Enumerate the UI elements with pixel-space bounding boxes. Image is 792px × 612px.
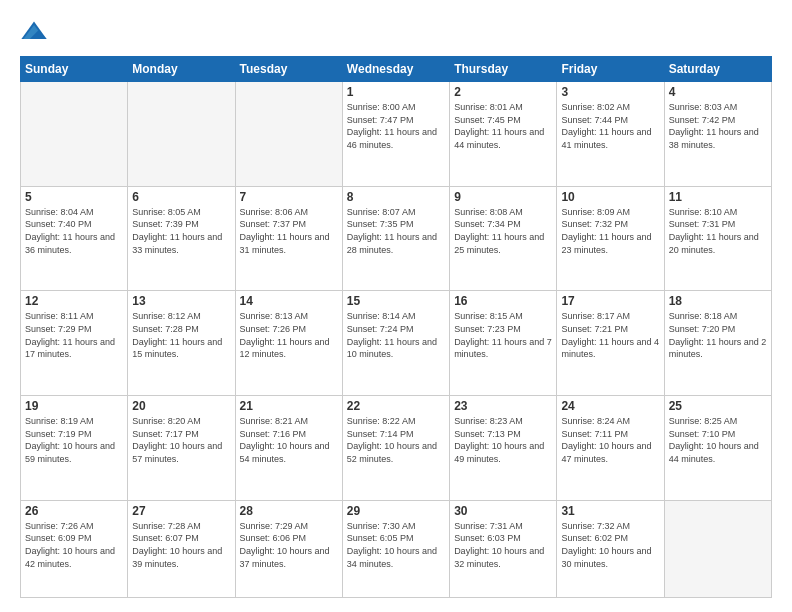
weekday-header-tuesday: Tuesday bbox=[235, 57, 342, 82]
day-number: 12 bbox=[25, 294, 123, 308]
calendar-cell: 9Sunrise: 8:08 AM Sunset: 7:34 PM Daylig… bbox=[450, 186, 557, 291]
day-info: Sunrise: 8:21 AM Sunset: 7:16 PM Dayligh… bbox=[240, 415, 338, 465]
calendar-week-row-4: 26Sunrise: 7:26 AM Sunset: 6:09 PM Dayli… bbox=[21, 500, 772, 597]
calendar-cell: 19Sunrise: 8:19 AM Sunset: 7:19 PM Dayli… bbox=[21, 396, 128, 501]
day-number: 8 bbox=[347, 190, 445, 204]
day-number: 15 bbox=[347, 294, 445, 308]
calendar-cell: 24Sunrise: 8:24 AM Sunset: 7:11 PM Dayli… bbox=[557, 396, 664, 501]
day-info: Sunrise: 8:25 AM Sunset: 7:10 PM Dayligh… bbox=[669, 415, 767, 465]
calendar-cell bbox=[664, 500, 771, 597]
day-number: 3 bbox=[561, 85, 659, 99]
calendar-cell: 17Sunrise: 8:17 AM Sunset: 7:21 PM Dayli… bbox=[557, 291, 664, 396]
day-info: Sunrise: 8:13 AM Sunset: 7:26 PM Dayligh… bbox=[240, 310, 338, 360]
calendar-cell: 28Sunrise: 7:29 AM Sunset: 6:06 PM Dayli… bbox=[235, 500, 342, 597]
calendar-cell: 26Sunrise: 7:26 AM Sunset: 6:09 PM Dayli… bbox=[21, 500, 128, 597]
header bbox=[20, 18, 772, 46]
calendar-cell: 10Sunrise: 8:09 AM Sunset: 7:32 PM Dayli… bbox=[557, 186, 664, 291]
calendar-cell: 5Sunrise: 8:04 AM Sunset: 7:40 PM Daylig… bbox=[21, 186, 128, 291]
day-number: 14 bbox=[240, 294, 338, 308]
calendar-cell: 13Sunrise: 8:12 AM Sunset: 7:28 PM Dayli… bbox=[128, 291, 235, 396]
calendar-cell: 30Sunrise: 7:31 AM Sunset: 6:03 PM Dayli… bbox=[450, 500, 557, 597]
day-number: 7 bbox=[240, 190, 338, 204]
day-info: Sunrise: 8:20 AM Sunset: 7:17 PM Dayligh… bbox=[132, 415, 230, 465]
logo bbox=[20, 18, 52, 46]
day-number: 2 bbox=[454, 85, 552, 99]
day-info: Sunrise: 8:10 AM Sunset: 7:31 PM Dayligh… bbox=[669, 206, 767, 256]
day-number: 6 bbox=[132, 190, 230, 204]
day-info: Sunrise: 8:07 AM Sunset: 7:35 PM Dayligh… bbox=[347, 206, 445, 256]
day-info: Sunrise: 8:09 AM Sunset: 7:32 PM Dayligh… bbox=[561, 206, 659, 256]
day-info: Sunrise: 8:19 AM Sunset: 7:19 PM Dayligh… bbox=[25, 415, 123, 465]
calendar-cell: 7Sunrise: 8:06 AM Sunset: 7:37 PM Daylig… bbox=[235, 186, 342, 291]
day-info: Sunrise: 8:14 AM Sunset: 7:24 PM Dayligh… bbox=[347, 310, 445, 360]
day-number: 29 bbox=[347, 504, 445, 518]
page: SundayMondayTuesdayWednesdayThursdayFrid… bbox=[0, 0, 792, 612]
calendar-cell: 11Sunrise: 8:10 AM Sunset: 7:31 PM Dayli… bbox=[664, 186, 771, 291]
calendar-cell: 27Sunrise: 7:28 AM Sunset: 6:07 PM Dayli… bbox=[128, 500, 235, 597]
calendar-week-row-1: 5Sunrise: 8:04 AM Sunset: 7:40 PM Daylig… bbox=[21, 186, 772, 291]
day-info: Sunrise: 8:03 AM Sunset: 7:42 PM Dayligh… bbox=[669, 101, 767, 151]
calendar-table: SundayMondayTuesdayWednesdayThursdayFrid… bbox=[20, 56, 772, 598]
day-info: Sunrise: 7:32 AM Sunset: 6:02 PM Dayligh… bbox=[561, 520, 659, 570]
day-number: 13 bbox=[132, 294, 230, 308]
calendar-cell: 31Sunrise: 7:32 AM Sunset: 6:02 PM Dayli… bbox=[557, 500, 664, 597]
day-info: Sunrise: 8:06 AM Sunset: 7:37 PM Dayligh… bbox=[240, 206, 338, 256]
calendar-cell: 25Sunrise: 8:25 AM Sunset: 7:10 PM Dayli… bbox=[664, 396, 771, 501]
day-number: 23 bbox=[454, 399, 552, 413]
day-info: Sunrise: 8:00 AM Sunset: 7:47 PM Dayligh… bbox=[347, 101, 445, 151]
calendar-cell: 3Sunrise: 8:02 AM Sunset: 7:44 PM Daylig… bbox=[557, 82, 664, 187]
weekday-header-saturday: Saturday bbox=[664, 57, 771, 82]
weekday-header-monday: Monday bbox=[128, 57, 235, 82]
calendar-cell: 12Sunrise: 8:11 AM Sunset: 7:29 PM Dayli… bbox=[21, 291, 128, 396]
day-info: Sunrise: 8:04 AM Sunset: 7:40 PM Dayligh… bbox=[25, 206, 123, 256]
day-info: Sunrise: 8:23 AM Sunset: 7:13 PM Dayligh… bbox=[454, 415, 552, 465]
calendar-cell: 8Sunrise: 8:07 AM Sunset: 7:35 PM Daylig… bbox=[342, 186, 449, 291]
weekday-header-row: SundayMondayTuesdayWednesdayThursdayFrid… bbox=[21, 57, 772, 82]
day-number: 24 bbox=[561, 399, 659, 413]
day-number: 25 bbox=[669, 399, 767, 413]
day-number: 5 bbox=[25, 190, 123, 204]
day-info: Sunrise: 8:08 AM Sunset: 7:34 PM Dayligh… bbox=[454, 206, 552, 256]
calendar-cell: 15Sunrise: 8:14 AM Sunset: 7:24 PM Dayli… bbox=[342, 291, 449, 396]
calendar-cell: 1Sunrise: 8:00 AM Sunset: 7:47 PM Daylig… bbox=[342, 82, 449, 187]
day-info: Sunrise: 7:31 AM Sunset: 6:03 PM Dayligh… bbox=[454, 520, 552, 570]
day-number: 28 bbox=[240, 504, 338, 518]
day-number: 30 bbox=[454, 504, 552, 518]
calendar-week-row-0: 1Sunrise: 8:00 AM Sunset: 7:47 PM Daylig… bbox=[21, 82, 772, 187]
day-number: 31 bbox=[561, 504, 659, 518]
day-number: 1 bbox=[347, 85, 445, 99]
weekday-header-friday: Friday bbox=[557, 57, 664, 82]
day-number: 18 bbox=[669, 294, 767, 308]
day-number: 4 bbox=[669, 85, 767, 99]
day-number: 11 bbox=[669, 190, 767, 204]
day-number: 22 bbox=[347, 399, 445, 413]
day-info: Sunrise: 7:26 AM Sunset: 6:09 PM Dayligh… bbox=[25, 520, 123, 570]
calendar-cell: 4Sunrise: 8:03 AM Sunset: 7:42 PM Daylig… bbox=[664, 82, 771, 187]
logo-icon bbox=[20, 18, 48, 46]
day-number: 27 bbox=[132, 504, 230, 518]
calendar-cell: 6Sunrise: 8:05 AM Sunset: 7:39 PM Daylig… bbox=[128, 186, 235, 291]
day-number: 20 bbox=[132, 399, 230, 413]
weekday-header-thursday: Thursday bbox=[450, 57, 557, 82]
day-number: 19 bbox=[25, 399, 123, 413]
day-info: Sunrise: 8:18 AM Sunset: 7:20 PM Dayligh… bbox=[669, 310, 767, 360]
calendar-cell: 14Sunrise: 8:13 AM Sunset: 7:26 PM Dayli… bbox=[235, 291, 342, 396]
calendar-cell: 2Sunrise: 8:01 AM Sunset: 7:45 PM Daylig… bbox=[450, 82, 557, 187]
calendar-cell bbox=[235, 82, 342, 187]
day-info: Sunrise: 7:29 AM Sunset: 6:06 PM Dayligh… bbox=[240, 520, 338, 570]
day-number: 17 bbox=[561, 294, 659, 308]
day-info: Sunrise: 8:12 AM Sunset: 7:28 PM Dayligh… bbox=[132, 310, 230, 360]
day-number: 21 bbox=[240, 399, 338, 413]
day-info: Sunrise: 8:24 AM Sunset: 7:11 PM Dayligh… bbox=[561, 415, 659, 465]
calendar-week-row-3: 19Sunrise: 8:19 AM Sunset: 7:19 PM Dayli… bbox=[21, 396, 772, 501]
calendar-cell: 16Sunrise: 8:15 AM Sunset: 7:23 PM Dayli… bbox=[450, 291, 557, 396]
day-info: Sunrise: 8:15 AM Sunset: 7:23 PM Dayligh… bbox=[454, 310, 552, 360]
day-number: 10 bbox=[561, 190, 659, 204]
calendar-cell: 18Sunrise: 8:18 AM Sunset: 7:20 PM Dayli… bbox=[664, 291, 771, 396]
day-info: Sunrise: 7:30 AM Sunset: 6:05 PM Dayligh… bbox=[347, 520, 445, 570]
calendar-cell: 23Sunrise: 8:23 AM Sunset: 7:13 PM Dayli… bbox=[450, 396, 557, 501]
day-info: Sunrise: 8:22 AM Sunset: 7:14 PM Dayligh… bbox=[347, 415, 445, 465]
day-info: Sunrise: 8:11 AM Sunset: 7:29 PM Dayligh… bbox=[25, 310, 123, 360]
weekday-header-sunday: Sunday bbox=[21, 57, 128, 82]
day-info: Sunrise: 8:01 AM Sunset: 7:45 PM Dayligh… bbox=[454, 101, 552, 151]
